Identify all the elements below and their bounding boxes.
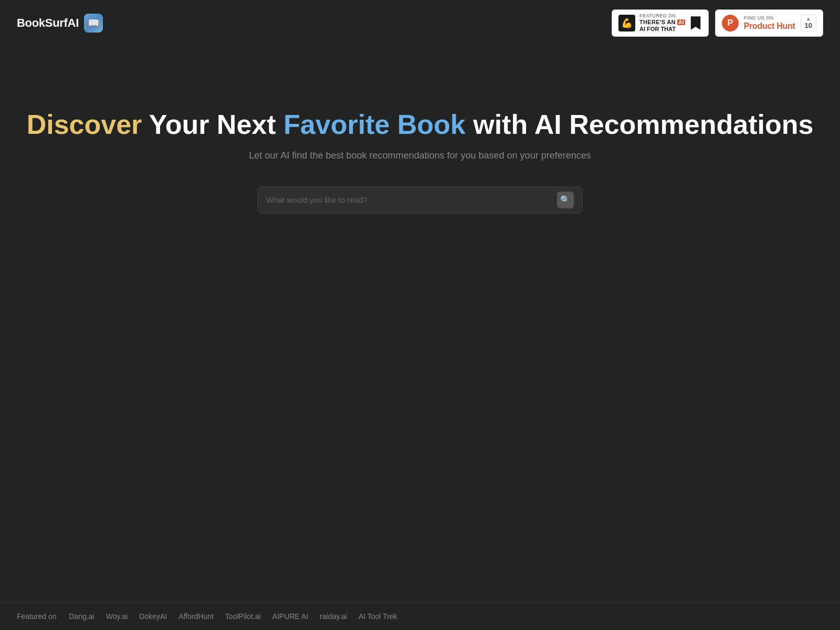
- ph-arrow-icon: ▲: [806, 17, 811, 22]
- product-hunt-text: FIND US ON Product Hunt: [744, 15, 795, 31]
- ph-count-box: ▲ 10: [801, 15, 816, 32]
- header: BookSurfAI 📖 💪 Featured on THERE'S AN AI…: [0, 0, 840, 46]
- footer-featured-label: Featured on: [17, 612, 57, 621]
- ai-for-that-badge[interactable]: 💪 Featured on THERE'S AN AI AI FOR THAT: [612, 9, 709, 37]
- ph-title: Product Hunt: [744, 21, 795, 31]
- logo-text: BookSurfAI: [17, 16, 79, 30]
- ai-featured-on-label: Featured on: [639, 13, 685, 19]
- search-input[interactable]: [266, 195, 557, 204]
- logo-area: BookSurfAI 📖: [17, 14, 103, 33]
- ai-for-that-text: Featured on THERE'S AN AI AI FOR THAT: [639, 13, 685, 33]
- footer-link-item[interactable]: Dang.ai: [69, 612, 94, 621]
- hero-favorite-book: Favorite Book: [284, 109, 466, 140]
- hero-with-ai: with AI Recommendations: [466, 109, 814, 140]
- footer-link-item[interactable]: AffordHunt: [178, 612, 214, 621]
- hero-discover: Discover: [27, 109, 142, 140]
- bookmark-icon: [689, 15, 702, 31]
- hero-your-next: Your Next: [142, 109, 284, 140]
- footer-link-item[interactable]: ToolPilot.ai: [225, 612, 261, 621]
- book-icon: 📖: [88, 17, 99, 29]
- footer: Featured on Dang.aiWoy.aiDokeyAIAffordHu…: [0, 602, 840, 630]
- footer-link-item[interactable]: raiday.ai: [320, 612, 347, 621]
- ph-find-us-label: FIND US ON: [744, 15, 795, 21]
- ph-count-number: 10: [805, 22, 812, 30]
- ai-title-line1: THERE'S AN AI: [639, 19, 685, 26]
- search-button[interactable]: 🔍: [557, 192, 574, 208]
- product-hunt-badge[interactable]: P FIND US ON Product Hunt ▲ 10: [715, 9, 823, 37]
- search-container: 🔍: [257, 186, 583, 214]
- product-hunt-icon: P: [722, 15, 739, 32]
- footer-link-item[interactable]: Woy.ai: [106, 612, 128, 621]
- footer-links: Dang.aiWoy.aiDokeyAIAffordHuntToolPilot.…: [69, 612, 397, 621]
- logo-icon: 📖: [84, 14, 103, 33]
- footer-link-item[interactable]: DokeyAI: [139, 612, 167, 621]
- hero-title: Discover Your Next Favorite Book with AI…: [27, 109, 814, 141]
- main-content: Discover Your Next Favorite Book with AI…: [0, 46, 840, 214]
- ai-title-line2: AI FOR THAT: [639, 26, 685, 33]
- search-icon: 🔍: [560, 195, 571, 205]
- header-badges: 💪 Featured on THERE'S AN AI AI FOR THAT …: [612, 9, 823, 37]
- footer-link-item[interactable]: AI Tool Trek: [359, 612, 397, 621]
- ai-for-that-icon: 💪: [618, 15, 635, 32]
- footer-link-item[interactable]: AIPURE AI: [272, 612, 308, 621]
- hero-subtitle: Let our AI find the best book recommenda…: [249, 150, 591, 161]
